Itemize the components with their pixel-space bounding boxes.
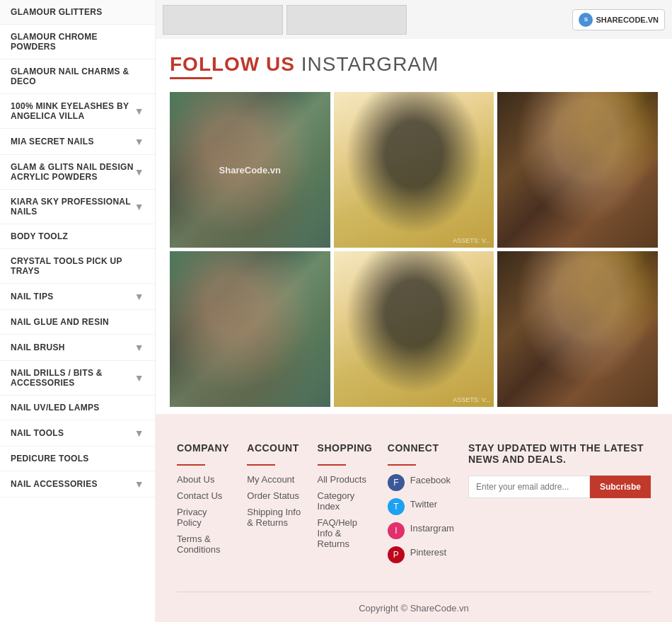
footer-company-link[interactable]: Terms & Conditions: [177, 534, 233, 555]
copyright-text: Copyright © ShareCode.vn: [359, 603, 469, 614]
company-divider: [177, 464, 205, 466]
chevron-down-icon: ▼: [134, 201, 144, 212]
facebook-icon: F: [388, 474, 405, 491]
footer-connect-item-pinterest[interactable]: PPinterest: [388, 546, 454, 563]
instagram-photo-6[interactable]: [497, 251, 658, 407]
connect-label: Twitter: [410, 499, 437, 509]
sidebar-item-nail-brush[interactable]: NAIL BRUSH▼: [0, 335, 155, 361]
footer-account-links: My AccountOrder StatusShipping Info & Re…: [247, 474, 303, 528]
sidebar-item-glamour-nail-charms-deco[interactable]: GLAMOUR NAIL CHARMS & DECO: [0, 59, 155, 94]
instagram-icon: I: [388, 522, 405, 539]
chevron-down-icon: ▼: [134, 291, 144, 302]
footer-connect-item-instagram[interactable]: IInstargram: [388, 522, 454, 539]
connect-divider: [388, 464, 416, 466]
footer-account-link[interactable]: Order Status: [247, 490, 303, 501]
newsletter-email-input[interactable]: [468, 476, 590, 498]
instagram-photo-4[interactable]: [170, 251, 330, 407]
sidebar-item-crystal-tools[interactable]: CRYSTAL TOOLS PICK UP TRAYS: [0, 249, 155, 284]
account-divider: [247, 464, 275, 466]
chevron-down-icon: ▼: [134, 136, 144, 147]
instagram-photo-1[interactable]: ShareCode.vn: [170, 92, 330, 248]
shopping-heading: SHOPPING: [318, 442, 373, 454]
sidebar-item-label: NAIL ACCESSORIES: [11, 479, 98, 489]
sidebar-item-label: CRYSTAL TOOLS PICK UP TRAYS: [11, 256, 144, 276]
sharecode-logo-icon: S: [579, 13, 593, 27]
sidebar-item-label: KIARA SKY PROFESSIONAL NAILS: [11, 197, 134, 217]
footer-company-link[interactable]: Privacy Policy: [177, 507, 233, 528]
sidebar-item-mink-eyelashes[interactable]: 100% MINK EYELASHES by Angelica Villa▼: [0, 94, 155, 129]
instagram-title: FOLLOW US INSTARGRAM: [170, 53, 658, 76]
sidebar-item-kiara-sky[interactable]: KIARA SKY PROFESSIONAL NAILS▼: [0, 190, 155, 224]
footer-connect-item-twitter[interactable]: TTwitter: [388, 498, 454, 515]
footer-shopping-link[interactable]: Category Index: [318, 490, 373, 512]
footer-newsletter-col: STAY UPDATED WITH THE LATEST NEWS AND DE…: [468, 442, 651, 570]
instagram-underline: [170, 77, 212, 79]
footer-bottom: Copyright © ShareCode.vn: [177, 592, 651, 614]
footer: COMPANY About UsContact UsPrivacy Policy…: [156, 414, 672, 622]
sidebar-item-nail-glue-resin[interactable]: NAIL GLUE AND RESIN: [0, 310, 155, 335]
sidebar-item-body-toolz[interactable]: BODY TOOLZ: [0, 224, 155, 249]
instagram-photo-5[interactable]: ASSETS: V...: [334, 251, 494, 407]
chevron-down-icon: ▼: [134, 478, 144, 490]
footer-account-link[interactable]: Shipping Info & Returns: [247, 507, 303, 528]
ig-label: INSTARGRAM: [301, 53, 439, 75]
instagram-grid: ShareCode.vn ASSETS: V... ASSETS: V...: [170, 92, 658, 407]
sidebar-item-glam-glits[interactable]: GLAM & GLITS NAIL DESIGN ACRYLIC POWDERS…: [0, 155, 155, 190]
sidebar-item-label: NAIL TIPS: [11, 292, 54, 301]
footer-connect-item-facebook[interactable]: FFacebook: [388, 474, 454, 491]
footer-shopping-links: All ProductsCategory IndexFAQ/Help Info …: [318, 474, 373, 549]
sidebar-item-nail-tips[interactable]: NAIL TIPS▼: [0, 284, 155, 310]
chevron-down-icon: ▼: [134, 372, 144, 384]
footer-account-link[interactable]: My Account: [247, 474, 303, 485]
sidebar-item-label: NAIL TOOLS: [11, 428, 64, 438]
follow-label: FOLLOW US: [170, 53, 295, 75]
chevron-down-icon: ▼: [134, 166, 144, 178]
connect-label: Instargram: [410, 523, 454, 534]
footer-shopping-link[interactable]: FAQ/Help Info & Returns: [318, 517, 373, 549]
footer-connect-links: FFacebookTTwitterIInstargramPPinterest: [388, 474, 454, 563]
sidebar-item-label: NAIL GLUE AND RESIN: [11, 317, 109, 327]
sidebar-item-pedicure-tools[interactable]: PEDICURE TOOLS: [0, 447, 155, 471]
main-content: S SHARECODE.VN FOLLOW US INSTARGRAM Shar…: [156, 0, 672, 622]
instagram-section: FOLLOW US INSTARGRAM ShareCode.vn ASSETS…: [156, 39, 672, 414]
sharecode-label: SHARECODE.VN: [596, 16, 659, 24]
sidebar-item-label: PEDICURE TOOLS: [11, 454, 89, 463]
footer-grid: COMPANY About UsContact UsPrivacy Policy…: [177, 442, 651, 570]
sidebar-item-nail-accessories[interactable]: NAIL ACCESSORIES▼: [0, 471, 155, 497]
sidebar: GLAMOUR GLITTERSGLAMOUR CHROME POWDERSGL…: [0, 0, 156, 622]
sidebar-item-label: GLAMOUR NAIL CHARMS & DECO: [11, 67, 144, 86]
connect-heading: CONNECT: [388, 442, 454, 454]
assets-watermark-1: ASSETS: V...: [453, 237, 490, 244]
sidebar-item-label: MIA SECRET NAILS: [11, 137, 94, 146]
chevron-down-icon: ▼: [134, 427, 144, 439]
sidebar-item-glamour-glitters[interactable]: GLAMOUR GLITTERS: [0, 0, 155, 25]
twitter-icon: T: [388, 498, 405, 515]
connect-label: Facebook: [410, 475, 451, 485]
sidebar-item-glamour-chrome-powders[interactable]: GLAMOUR CHROME POWDERS: [0, 25, 155, 59]
sidebar-item-label: NAIL DRILLS / BITS & ACCESSORIES: [11, 368, 134, 388]
footer-shopping-col: SHOPPING All ProductsCategory IndexFAQ/H…: [318, 442, 373, 570]
footer-company-links: About UsContact UsPrivacy PolicyTerms & …: [177, 474, 233, 555]
sidebar-item-nail-drills[interactable]: NAIL DRILLS / BITS & ACCESSORIES▼: [0, 361, 155, 396]
newsletter-subscribe-button[interactable]: Subcrisbe: [590, 476, 651, 498]
sidebar-item-nail-tools[interactable]: NAIL TOOLS▼: [0, 420, 155, 447]
instagram-photo-3[interactable]: [497, 92, 658, 248]
instagram-photo-2[interactable]: ASSETS: V...: [334, 92, 494, 248]
sidebar-item-mia-secret-nails[interactable]: MIA SECRET NAILS▼: [0, 129, 155, 155]
watermark-1: ShareCode.vn: [219, 165, 281, 175]
sidebar-item-nail-uv-led[interactable]: NAIL UV/LED LAMPS: [0, 396, 155, 420]
footer-company-link[interactable]: About Us: [177, 474, 233, 485]
newsletter-heading: STAY UPDATED WITH THE LATEST NEWS AND DE…: [468, 442, 651, 465]
newsletter-input-row: Subcrisbe: [468, 476, 651, 498]
footer-account-col: ACCOUNT My AccountOrder StatusShipping I…: [247, 442, 303, 570]
sidebar-item-label: GLAMOUR CHROME POWDERS: [11, 32, 144, 52]
footer-shopping-link[interactable]: All Products: [318, 474, 373, 485]
footer-company-col: COMPANY About UsContact UsPrivacy Policy…: [177, 442, 233, 570]
chevron-down-icon: ▼: [134, 342, 144, 353]
footer-company-link[interactable]: Contact Us: [177, 490, 233, 501]
sidebar-item-label: NAIL UV/LED LAMPS: [11, 403, 100, 413]
sidebar-item-label: GLAMOUR GLITTERS: [11, 7, 102, 17]
account-heading: ACCOUNT: [247, 442, 303, 454]
company-heading: COMPANY: [177, 442, 233, 454]
sidebar-item-label: NAIL BRUSH: [11, 342, 65, 352]
